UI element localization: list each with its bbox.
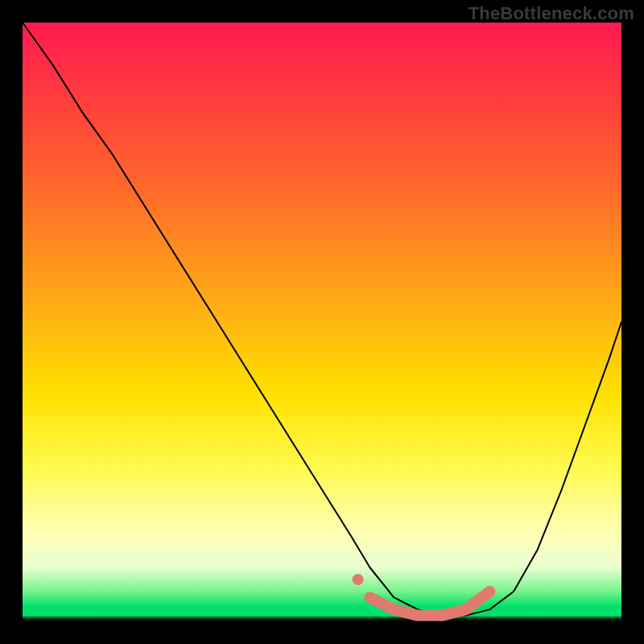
optimal-region-path	[370, 592, 490, 616]
chart-stage: TheBottleneck.com	[0, 0, 644, 644]
bottleneck-curve-path	[23, 23, 621, 616]
watermark-text: TheBottleneck.com	[469, 3, 634, 24]
optimal-region-dot-left	[353, 574, 364, 585]
plot-area	[23, 23, 621, 621]
curve-layer	[23, 23, 621, 621]
